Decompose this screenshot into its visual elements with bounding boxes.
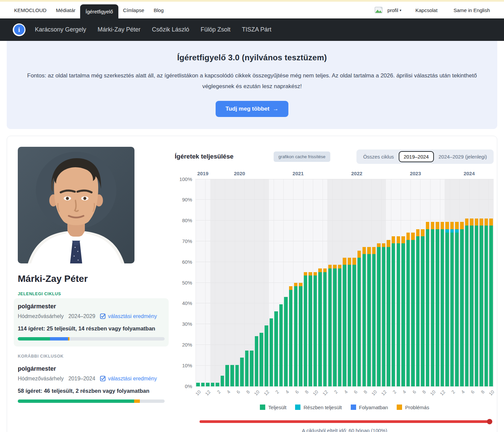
chart-bar[interactable] (216, 383, 219, 386)
chart-bar[interactable] (279, 304, 283, 386)
chart-bar[interactable] (352, 258, 356, 386)
chart-bar[interactable] (265, 325, 268, 386)
chart-bar[interactable] (211, 383, 214, 386)
chart-bar[interactable] (465, 219, 468, 386)
chart-bar[interactable] (445, 222, 449, 386)
header-nav-item[interactable]: Ígéretfigyelő (80, 4, 118, 18)
v-gridline (489, 179, 489, 386)
chart-bar[interactable] (294, 283, 297, 386)
chart-bar[interactable] (475, 219, 478, 386)
chart-bar[interactable] (240, 358, 243, 386)
cycle-tab[interactable]: Összes ciklus (358, 151, 399, 162)
chart-bar[interactable] (235, 365, 239, 386)
election-result-link[interactable]: választási eredmény (100, 313, 157, 319)
chart-bar[interactable] (245, 351, 248, 386)
legend-item[interactable]: Problémás (397, 405, 429, 410)
legend-item[interactable]: Folyamatban (351, 405, 388, 410)
v-gridline (235, 179, 235, 386)
chart-bar[interactable] (323, 268, 327, 386)
bar-segment-Teljesült (431, 229, 434, 386)
chart-bar[interactable] (230, 365, 234, 386)
chart-bar[interactable] (299, 283, 302, 386)
header-nav-item[interactable]: Médiatár (51, 2, 80, 18)
header-nav-item[interactable]: Blog (149, 2, 168, 18)
chart-bar[interactable] (284, 297, 287, 386)
chart-bar[interactable] (260, 333, 263, 386)
learn-more-button[interactable]: Tudj meg többet → (216, 101, 289, 117)
chart-bar[interactable] (392, 236, 395, 386)
v-gridline (303, 179, 303, 386)
chart-bar[interactable] (250, 351, 253, 386)
chart-bar[interactable] (455, 222, 458, 386)
chart-bar[interactable] (357, 251, 361, 386)
chart-bar[interactable] (416, 229, 419, 386)
chart-bar[interactable] (196, 383, 200, 386)
header-nav-item[interactable]: Címlapse (118, 2, 149, 18)
chart-bar[interactable] (343, 258, 346, 386)
chart-bar[interactable] (387, 240, 390, 386)
info-icon[interactable]: i (13, 23, 25, 36)
subnav-item[interactable]: Fülöp Zsolt (201, 26, 230, 33)
chart-bar[interactable] (362, 247, 366, 386)
chart-bar[interactable] (372, 247, 376, 386)
chart-bar[interactable] (274, 311, 278, 386)
subnav-item[interactable]: Karácsony Gergely (35, 26, 86, 33)
bar-segment-Teljesült (201, 383, 205, 386)
slider-knob[interactable] (487, 419, 492, 424)
chart-bar[interactable] (221, 376, 224, 386)
refresh-cache-button[interactable]: grafikon cache frissítése (274, 151, 330, 162)
subnav-item[interactable]: Márki-Zay Péter (98, 26, 141, 33)
profile-avatar-image[interactable] (375, 7, 383, 13)
chart-bar[interactable] (333, 265, 336, 386)
chart-bar[interactable] (421, 229, 424, 386)
profile-menu[interactable]: profil▾ (386, 7, 403, 13)
chart-bar[interactable] (225, 365, 229, 386)
chart-bar[interactable] (348, 258, 351, 386)
chart-bar[interactable] (411, 233, 414, 386)
chart-bar[interactable] (382, 243, 385, 386)
chart-bar[interactable] (314, 272, 317, 386)
chart-bar[interactable] (397, 236, 400, 386)
slider-track[interactable] (200, 420, 492, 423)
chart-bar[interactable] (401, 236, 405, 386)
chart-bar[interactable] (289, 286, 292, 386)
chart-bar[interactable] (489, 219, 493, 386)
chart-bar[interactable] (367, 247, 371, 386)
chart-bar[interactable] (377, 243, 380, 386)
elapsed-time-slider[interactable] (200, 419, 492, 424)
chart-bar[interactable] (431, 222, 434, 386)
v-gridline (410, 179, 411, 386)
legend-item[interactable]: Teljesült (260, 405, 286, 410)
brand-link[interactable]: KEMOCLOUD (14, 2, 51, 18)
chart-bar[interactable] (441, 222, 444, 386)
chart-bar[interactable] (201, 383, 205, 386)
chart-bar[interactable] (206, 383, 209, 386)
chart-bar[interactable] (338, 265, 341, 386)
year-label: 2022 (351, 171, 362, 176)
kapcsolat-link[interactable]: Kapcsolat (411, 7, 442, 13)
chart-bar[interactable] (270, 318, 273, 386)
chart-bar[interactable] (470, 219, 473, 386)
x-tick-label: 2 (330, 389, 339, 398)
chart-bar[interactable] (426, 222, 429, 386)
bar-segment-Teljesült (436, 229, 439, 386)
chart-bar[interactable] (304, 272, 307, 386)
subnav-item[interactable]: Csőzik László (152, 26, 189, 33)
chart-bar[interactable] (309, 272, 312, 386)
chart-bar[interactable] (436, 222, 439, 386)
cycle-tab[interactable]: 2019–2024 (399, 151, 434, 162)
cycle-tab[interactable]: 2024–2029 (jelenlegi) (434, 151, 492, 162)
language-link[interactable]: Same in English (449, 7, 495, 13)
chart-bar[interactable] (485, 219, 488, 386)
chart-bar[interactable] (318, 268, 322, 386)
legend-item[interactable]: Részben teljesült (295, 405, 342, 410)
election-result-link[interactable]: választási eredmény (100, 376, 157, 382)
chart-bar[interactable] (450, 222, 454, 386)
chart-bar[interactable] (480, 219, 483, 386)
chart-bar[interactable] (406, 233, 410, 386)
chart-bar[interactable] (460, 222, 463, 386)
chart-bar[interactable] (328, 265, 332, 386)
v-gridline (215, 179, 215, 386)
chart-bar[interactable] (255, 336, 258, 386)
subnav-item[interactable]: TISZA Párt (242, 26, 271, 33)
